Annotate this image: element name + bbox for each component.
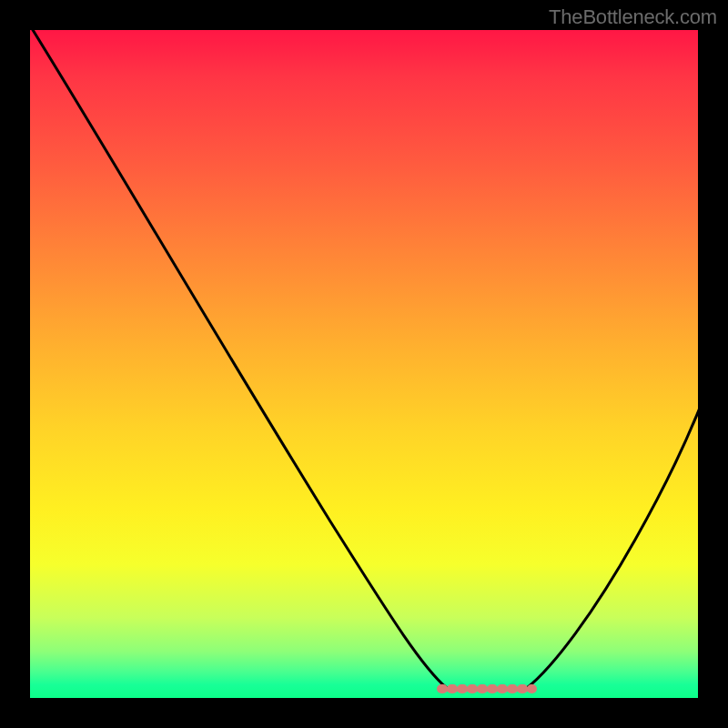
bottleneck-curve-left [30,30,447,688]
chart-plot-area [30,30,698,698]
watermark-text: TheBottleneck.com [549,5,717,29]
bottleneck-curve-right [527,408,698,688]
chart-curve-svg [30,30,698,698]
